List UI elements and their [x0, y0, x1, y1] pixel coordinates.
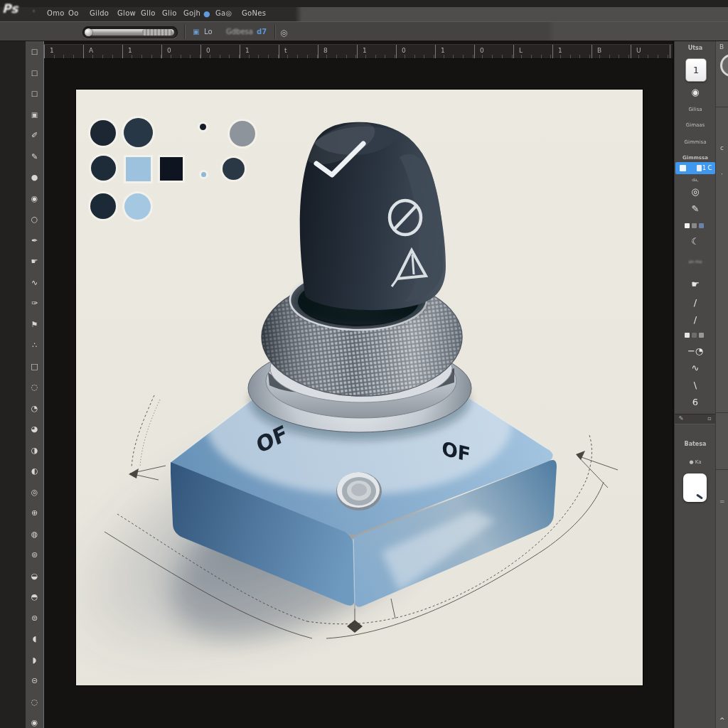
panel-square-4-icon[interactable]: ▣	[30, 110, 40, 119]
slider-knob[interactable]	[85, 28, 92, 36]
menu-icon-pair[interactable]: Ga◎	[215, 9, 232, 17]
panel-row-1[interactable]: Gilisa	[675, 107, 716, 112]
dock-glyph-1[interactable]: c	[720, 144, 724, 151]
options-word[interactable]: Gdbesa	[226, 28, 253, 36]
stick-icon[interactable]: \	[675, 380, 716, 390]
tool-20-icon[interactable]: ◑	[30, 446, 40, 455]
tool-33-icon[interactable]: ◉	[30, 718, 40, 727]
dock-knob-icon[interactable]	[720, 54, 728, 77]
cursor-icon[interactable]: d7	[257, 28, 267, 36]
ink-tool-icon[interactable]: ✑	[30, 299, 40, 308]
pen-tool-icon[interactable]: ✒	[30, 236, 40, 245]
brush-tool-icon[interactable]: ✎	[30, 152, 40, 161]
tool-22-icon[interactable]: ◎	[30, 488, 40, 497]
selected-label: 1 C	[702, 165, 712, 171]
panel-row-3[interactable]: Gimmisa	[675, 139, 716, 145]
tool-21-icon[interactable]: ◐	[30, 466, 40, 476]
ruler-num: 1	[363, 47, 367, 54]
ruler-num: L	[519, 47, 523, 54]
menu-right-word[interactable]: GoNes	[242, 9, 266, 17]
canvas-image[interactable]: OF OF	[76, 90, 643, 685]
tool-18-icon[interactable]: ◔	[30, 404, 40, 413]
ruler-num: 1	[441, 47, 445, 54]
tool-29-icon[interactable]: ◖	[30, 634, 40, 643]
menu-item-2[interactable]: Oo	[68, 9, 79, 17]
panel-row-2[interactable]: Gimaas	[675, 122, 716, 128]
tool-28-icon[interactable]: ⊜	[30, 614, 40, 623]
menu-item-6[interactable]: Glio	[162, 9, 177, 17]
panel-icon[interactable]: ▣	[193, 28, 199, 36]
layers-icon[interactable]: Lo	[204, 28, 213, 36]
tool-31-icon[interactable]: ⊝	[30, 676, 40, 685]
frame-tool-icon[interactable]: □	[30, 362, 40, 371]
circle-tool-icon[interactable]: ◌	[30, 382, 40, 392]
eye-tool-icon[interactable]: ◉	[30, 194, 40, 203]
eye-icon[interactable]: ◉	[675, 87, 716, 97]
horizontal-ruler: 1 A 1 0 0 1 t 8 1 0 1 0 L 1 B U	[44, 44, 673, 59]
panel-divider: ✎ ▫	[675, 414, 716, 424]
flag-tool-icon[interactable]: ⚑	[30, 320, 40, 329]
ruler-num: 1	[50, 47, 54, 54]
squiggle-icon[interactable]: ∿	[675, 363, 716, 373]
mini-swatch-gray[interactable]	[692, 223, 697, 228]
pen-icon[interactable]: ✎	[675, 203, 716, 214]
dock-glyph-3[interactable]: =	[719, 498, 725, 505]
tool-24-icon[interactable]: ◍	[30, 530, 40, 539]
move-tool-icon[interactable]: ✐	[30, 131, 40, 140]
shell-icon[interactable]: ☾	[675, 236, 716, 247]
tool-32-icon[interactable]: ◌	[30, 697, 40, 707]
toggle-knob[interactable]	[295, 114, 446, 325]
mini2-swatch-1[interactable]	[685, 333, 690, 338]
dock-divider-1	[716, 107, 728, 107]
tool-27-icon[interactable]: ◓	[30, 592, 40, 601]
dots-tool-icon[interactable]: ∴	[30, 341, 40, 350]
selected-layer-row[interactable]: 1 C	[675, 162, 715, 174]
tool-30-icon[interactable]: ◗	[30, 655, 40, 665]
ellipse-tool-icon[interactable]: ○	[30, 215, 40, 224]
dock-glyph-4[interactable]: ^	[719, 717, 725, 724]
foreground-swatch[interactable]	[683, 473, 707, 502]
mini-swatches-2[interactable]	[685, 333, 704, 338]
panel-square-1-icon[interactable]: □	[30, 47, 40, 56]
clock-icon[interactable]: −◔	[675, 346, 716, 356]
menu-item-7[interactable]: Gojh	[183, 9, 200, 17]
size-slider[interactable]	[82, 26, 178, 38]
lock-tool-icon[interactable]: ●	[30, 173, 40, 182]
ruler-num: 1	[128, 47, 132, 54]
mini-swatch-blue[interactable]	[699, 223, 704, 228]
panel-header: Utsa	[675, 45, 716, 51]
menu-item-3[interactable]: Gildo	[90, 9, 109, 17]
hand-tool-icon[interactable]: ☛	[30, 257, 40, 266]
mini-swatch-white[interactable]	[685, 223, 690, 228]
menu-item-5[interactable]: Gllo	[141, 9, 156, 17]
tool-26-icon[interactable]: ◒	[30, 572, 40, 581]
pen2-icon[interactable]: /	[675, 297, 716, 308]
selected-chip-2	[697, 165, 702, 171]
layers-panel: Utsa 1 ◉ Gilisa Gimaas Gimmisa Gimmssa 1…	[674, 41, 716, 728]
layer-thumbnail[interactable]: 1	[685, 58, 707, 82]
panel-sub-label: da,	[675, 177, 716, 182]
section2-row[interactable]: ● Ka	[675, 459, 716, 465]
hook-icon[interactable]: 6	[675, 397, 716, 407]
panel-square-2-icon[interactable]: □	[30, 68, 40, 77]
ruler-num: 0	[480, 47, 484, 54]
status-dot-icon: ●	[203, 9, 210, 18]
options-circle-icon[interactable]: ◎	[280, 28, 287, 38]
panel-row-4[interactable]: Gimmssa	[675, 155, 716, 161]
target-icon[interactable]: ◎	[675, 186, 716, 197]
mini2-swatch-3[interactable]	[699, 333, 704, 338]
options-divider-2	[274, 25, 275, 39]
ruler-num: t	[284, 47, 287, 54]
tool-19-icon[interactable]: ◕	[30, 424, 40, 434]
hand-icon[interactable]: ☛	[675, 279, 716, 289]
slash-icon[interactable]: /	[675, 314, 716, 325]
tool-23-icon[interactable]: ⊕	[30, 508, 40, 518]
menu-item-4[interactable]: Glow	[117, 9, 136, 17]
curve-tool-icon[interactable]: ∿	[30, 278, 40, 287]
menu-item-1[interactable]: Omo	[47, 9, 65, 17]
mini2-swatch-2[interactable]	[692, 333, 697, 338]
mini-swatches[interactable]	[685, 223, 704, 228]
panel-square-3-icon[interactable]: □	[30, 89, 40, 98]
tool-25-icon[interactable]: ⊚	[30, 550, 40, 560]
dock-top-glyph: B	[719, 43, 724, 50]
